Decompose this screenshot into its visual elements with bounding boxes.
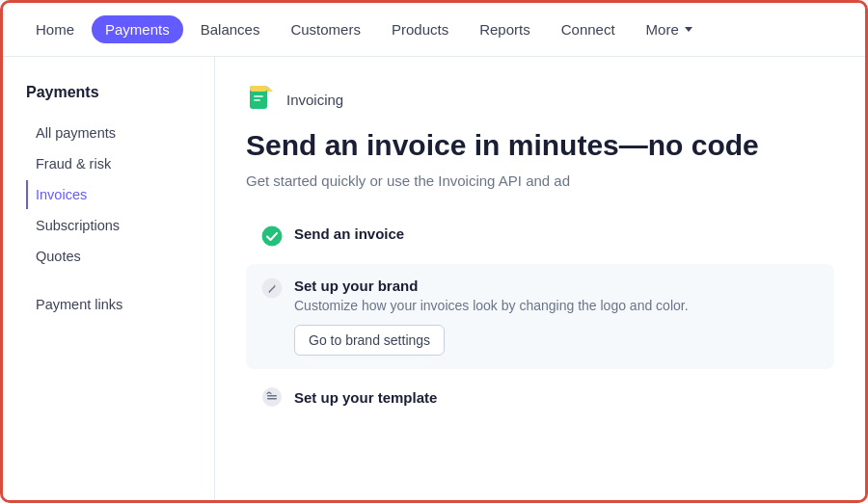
step-brand-content: Set up your brand Customize how your inv… [294,278,819,356]
sidebar-nav: All payments Fraud & risk Invoices Subsc… [26,119,195,319]
svg-rect-8 [267,395,277,397]
svg-point-7 [262,387,282,407]
step-send-invoice-title: Send an invoice [294,225,819,242]
sidebar-item-subscriptions[interactable]: Subscriptions [26,211,195,240]
nav-home[interactable]: Home [22,15,88,43]
check-circle-icon [261,225,283,247]
svg-marker-1 [267,86,273,92]
nav-balances[interactable]: Balances [187,15,274,43]
sidebar-item-all-payments[interactable]: All payments [26,119,195,147]
main-heading: Send an invoice in minutes—no code [246,128,834,163]
nav-products[interactable]: Products [378,15,462,43]
step-send-invoice: Send an invoice [246,212,834,260]
app-window: Home Payments Balances Customers Product… [0,0,868,503]
svg-rect-9 [267,398,277,400]
top-nav: Home Payments Balances Customers Product… [3,3,865,57]
step-send-invoice-content: Send an invoice [294,225,819,246]
pencil-icon [261,278,283,299]
nav-reports[interactable]: Reports [466,15,544,43]
step-brand: Set up your brand Customize how your inv… [246,264,834,369]
step-brand-title: Set up your brand [294,278,819,294]
brand-settings-button[interactable]: Go to brand settings [294,325,445,356]
sidebar-item-quotes[interactable]: Quotes [26,242,195,271]
sidebar-title: Payments [26,84,195,101]
chevron-down-icon [685,27,692,32]
step-template: Set up your template [246,373,834,421]
step-brand-desc: Customize how your invoices look by chan… [294,298,819,313]
svg-rect-3 [254,95,263,97]
sub-heading: Get started quickly or use the Invoicing… [246,172,834,189]
step-template-title: Set up your template [294,389,437,406]
sidebar-item-fraud-risk[interactable]: Fraud & risk [26,149,195,178]
sidebar: Payments All payments Fraud & risk Invoi… [3,57,215,500]
template-icon [261,386,283,408]
nav-connect[interactable]: Connect [548,15,629,43]
svg-point-5 [262,226,282,246]
svg-rect-2 [250,86,267,92]
nav-customers[interactable]: Customers [277,15,374,43]
invoicing-icon [246,84,277,115]
nav-more[interactable]: More [633,15,706,43]
nav-payments[interactable]: Payments [92,15,183,43]
svg-rect-4 [254,99,260,101]
main-content: Invoicing Send an invoice in minutes—no … [215,57,865,500]
sidebar-item-invoices[interactable]: Invoices [26,180,195,209]
main-layout: Payments All payments Fraud & risk Invoi… [3,57,865,500]
sidebar-item-payment-links[interactable]: Payment links [26,290,195,319]
product-label: Invoicing [286,92,343,108]
product-header: Invoicing [246,84,834,115]
